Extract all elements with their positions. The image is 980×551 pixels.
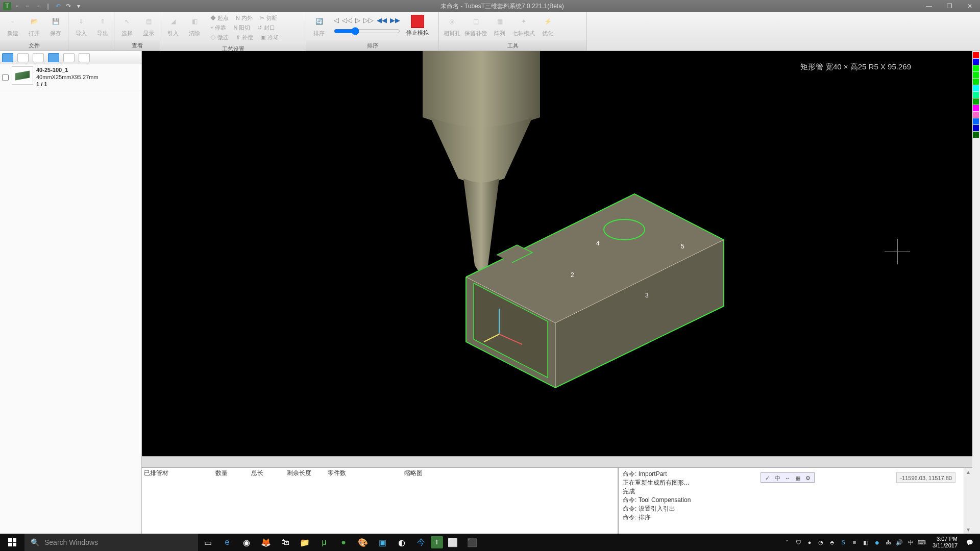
app-icon-4[interactable]: 今 bbox=[411, 534, 431, 551]
optimize-button[interactable]: ⚡优化 bbox=[538, 13, 557, 38]
tray-icon-3[interactable]: ⬘ bbox=[827, 538, 837, 547]
layer-color-swatch[interactable] bbox=[973, 79, 979, 85]
tray-icon-2[interactable]: ◔ bbox=[816, 538, 825, 547]
tray-icon-4[interactable]: S bbox=[839, 538, 848, 547]
import-button[interactable]: ⇓导入 bbox=[71, 13, 91, 38]
task-view-icon[interactable]: ▭ bbox=[198, 534, 217, 551]
sim-ffwd-icon[interactable]: ▶▶ bbox=[390, 16, 400, 24]
outercut-button[interactable]: N 阳切 bbox=[232, 23, 251, 32]
status-icon-check[interactable]: ✓ bbox=[763, 473, 772, 482]
layer-color-swatch[interactable] bbox=[973, 112, 979, 118]
tubest-app-icon[interactable]: T bbox=[431, 536, 443, 548]
parts-tool-2-icon[interactable] bbox=[17, 53, 29, 62]
seal-button[interactable]: ↺ 封口 bbox=[256, 23, 276, 32]
open-button[interactable]: 📂打开 bbox=[24, 13, 44, 38]
array-button[interactable]: ▦阵列 bbox=[490, 13, 509, 38]
explorer-icon[interactable]: 📁 bbox=[295, 534, 314, 551]
layer-color-swatch[interactable] bbox=[973, 92, 979, 98]
layer-color-swatch[interactable] bbox=[973, 59, 979, 65]
taskbar-search[interactable]: 🔍 Search Windows bbox=[24, 534, 198, 551]
qat-icon-1[interactable]: T bbox=[3, 2, 11, 10]
close-button[interactable]: ✕ bbox=[960, 0, 980, 12]
layer-color-swatch[interactable] bbox=[973, 65, 979, 71]
chrome-icon[interactable]: ◉ bbox=[237, 534, 256, 551]
store-icon[interactable]: 🛍 bbox=[276, 534, 295, 551]
part-item[interactable]: 40-25-100_1 40mmX25mmX95.27mm 1 / 1 bbox=[0, 64, 141, 90]
layer-color-swatch[interactable] bbox=[973, 125, 979, 131]
nesting-table[interactable]: 已排管材 数量 总长 剩余长度 零件数 缩略图 bbox=[142, 468, 619, 534]
camtasia-icon[interactable]: ⬜ bbox=[443, 534, 462, 551]
wechat-icon[interactable]: ● bbox=[334, 534, 353, 551]
action-center-icon[interactable]: 💬 bbox=[964, 538, 976, 547]
cut-button[interactable]: ✂ 切断 bbox=[259, 13, 278, 22]
log-scrollbar[interactable]: ▴ ▾ bbox=[964, 468, 972, 534]
microjoint-button[interactable]: ◇ 微连 bbox=[209, 33, 230, 42]
tray-shield-icon[interactable]: 🛡 bbox=[794, 538, 803, 547]
startpoint-button[interactable]: ◆ 起点 bbox=[209, 13, 230, 22]
maximize-button[interactable]: ❐ bbox=[939, 0, 960, 12]
select-button[interactable]: ↖选择 bbox=[117, 13, 137, 38]
tray-icon-5[interactable]: ≡ bbox=[850, 538, 859, 547]
status-icon-pan[interactable]: ↔ bbox=[783, 473, 792, 482]
sim-step-back-icon[interactable]: ◁◁ bbox=[342, 16, 352, 24]
clear-button[interactable]: ◧清除 bbox=[185, 13, 204, 38]
tray-icon-6[interactable]: ◧ bbox=[861, 538, 870, 547]
app-icon-1[interactable]: 🎨 bbox=[353, 534, 373, 551]
tray-keyboard-icon[interactable]: ⌨ bbox=[917, 538, 926, 547]
parts-tool-add-icon[interactable] bbox=[2, 53, 13, 62]
layer-color-swatch[interactable] bbox=[973, 105, 979, 111]
new-button[interactable]: ▫新建 bbox=[3, 13, 22, 38]
leadin-button[interactable]: ◢引入 bbox=[163, 13, 183, 38]
compensate-button[interactable]: ⇧ 补偿 bbox=[235, 33, 254, 42]
layer-color-swatch[interactable] bbox=[973, 132, 979, 138]
layer-color-swatch[interactable] bbox=[973, 98, 979, 105]
qat-redo-icon[interactable]: ↷ bbox=[64, 2, 72, 10]
tray-icon-7[interactable]: ◆ bbox=[872, 538, 881, 547]
firefox-icon[interactable]: 🦊 bbox=[256, 534, 276, 551]
inout-button[interactable]: N 内外 bbox=[235, 13, 254, 22]
qat-open-icon[interactable]: ▫ bbox=[23, 2, 32, 10]
parts-tool-6-icon[interactable] bbox=[79, 53, 90, 62]
qat-dropdown-icon[interactable]: ▾ bbox=[75, 2, 83, 10]
sim-speed-slider[interactable] bbox=[334, 27, 400, 35]
sevenaxis-button[interactable]: ✦七轴模式 bbox=[511, 13, 536, 38]
parts-tool-5-icon[interactable] bbox=[63, 53, 75, 62]
autosort-button[interactable]: 🔄排序 bbox=[309, 13, 329, 38]
recorder-icon[interactable]: ⬛ bbox=[462, 534, 482, 551]
sim-prev-frame-icon[interactable]: ◁ bbox=[334, 16, 339, 24]
layer-color-swatch[interactable] bbox=[973, 118, 979, 124]
layer-color-swatch[interactable] bbox=[973, 85, 979, 91]
part-checkbox[interactable] bbox=[2, 67, 9, 88]
cooling-button[interactable]: ▣ 冷却 bbox=[259, 33, 280, 42]
tray-ime-icon[interactable]: 中 bbox=[906, 538, 915, 547]
tray-icon-1[interactable]: ● bbox=[805, 538, 814, 547]
qat-save-icon[interactable]: ▫ bbox=[34, 2, 42, 10]
tray-up-icon[interactable]: ˄ bbox=[782, 538, 792, 547]
edge-icon[interactable]: e bbox=[217, 534, 237, 551]
app-icon-3[interactable]: ◐ bbox=[392, 534, 411, 551]
sim-step-fwd-icon[interactable]: ▷▷ bbox=[363, 16, 374, 24]
minimize-button[interactable]: — bbox=[919, 0, 939, 12]
save-button[interactable]: 💾保存 bbox=[46, 13, 65, 38]
sim-rewind-icon[interactable]: ◀◀ bbox=[377, 16, 387, 24]
status-icon-ime[interactable]: 中 bbox=[773, 473, 782, 482]
app-icon-2[interactable]: ▣ bbox=[373, 534, 392, 551]
tray-network-icon[interactable]: 🖧 bbox=[884, 538, 893, 547]
status-icon-grid[interactable]: ▦ bbox=[793, 473, 802, 482]
tray-volume-icon[interactable]: 🔊 bbox=[895, 538, 904, 547]
utorrent-icon[interactable]: μ bbox=[314, 534, 334, 551]
layer-color-swatch[interactable] bbox=[973, 52, 979, 58]
export-button[interactable]: ⇑导出 bbox=[93, 13, 112, 38]
display-button[interactable]: ▤显示 bbox=[139, 13, 158, 38]
qat-new-icon[interactable]: ▫ bbox=[13, 2, 21, 10]
stop-sim-button[interactable]: 停止模拟 bbox=[405, 14, 430, 38]
parts-tool-4-icon[interactable] bbox=[48, 53, 59, 62]
sim-play-icon[interactable]: ▷ bbox=[355, 16, 360, 24]
status-icon-settings[interactable]: ⚙ bbox=[803, 473, 813, 482]
taskbar-clock[interactable]: 3:07 PM 3/11/2017 bbox=[928, 536, 962, 549]
dock-button[interactable]: + 停靠 bbox=[209, 23, 227, 32]
intersection-button[interactable]: ◎相贯孔 bbox=[442, 13, 461, 38]
qat-undo-icon[interactable]: ↶ bbox=[54, 2, 62, 10]
layer-color-swatch[interactable] bbox=[973, 72, 979, 78]
viewport-3d[interactable]: 矩形管 宽40 × 高25 R5 X 95.269 bbox=[142, 51, 972, 456]
